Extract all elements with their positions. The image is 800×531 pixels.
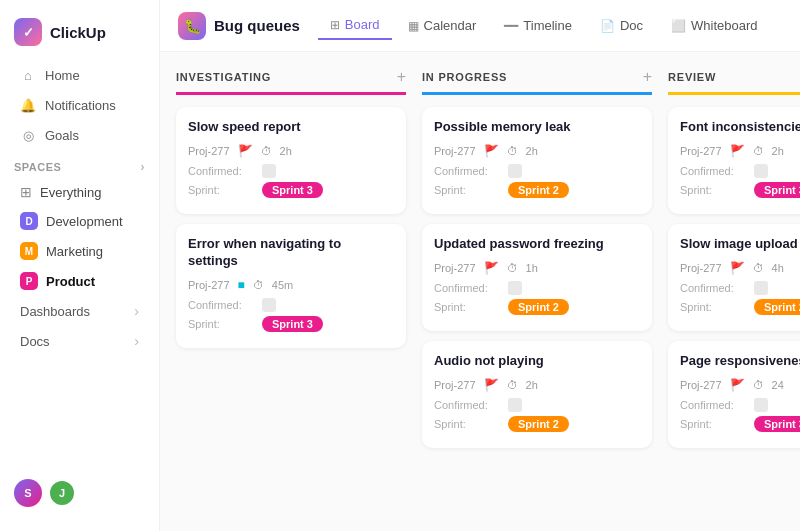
sidebar-item-dashboards[interactable]: Dashboards › <box>6 296 153 326</box>
card-audio-not-playing[interactable]: Audio not playing Proj-277 🚩 ⏱ 2h Confir… <box>422 341 652 448</box>
proj-id: Proj-277 <box>434 379 476 391</box>
sprint-badge[interactable]: Sprint 3 <box>754 416 800 432</box>
confirmed-label: Confirmed: <box>188 165 256 177</box>
sprint-label: Sprint: <box>188 184 256 196</box>
flag-icon: 🚩 <box>730 261 745 275</box>
card-meta: Proj-277 🚩 ⏱ 4h <box>680 261 800 275</box>
col-title-inprogress: IN PROGRESS <box>422 71 507 83</box>
sidebar-goals-label: Goals <box>45 128 79 143</box>
card-password-freezing[interactable]: Updated password freezing Proj-277 🚩 ⏱ 1… <box>422 224 652 331</box>
clock-icon: ⏱ <box>507 262 518 274</box>
tab-calendar[interactable]: ▦ Calendar <box>396 12 489 39</box>
flag-icon: 🚩 <box>730 378 745 392</box>
sprint-badge[interactable]: Sprint 2 <box>754 299 800 315</box>
timeline-label: Timeline <box>523 18 572 33</box>
user-avatar[interactable]: S <box>14 479 42 507</box>
flag-icon: 🚩 <box>730 144 745 158</box>
clock-icon: ⏱ <box>507 145 518 157</box>
board-area: INVESTIGATING + Slow speed report Proj-2… <box>160 52 800 531</box>
sprint-badge[interactable]: Sprint 3 <box>262 316 323 332</box>
proj-id: Proj-277 <box>680 145 722 157</box>
sidebar-item-marketing[interactable]: M Marketing <box>6 236 153 266</box>
dashboards-label: Dashboards <box>20 304 90 319</box>
confirmed-row: Confirmed: <box>680 281 800 295</box>
sidebar-item-product[interactable]: P Product <box>6 266 153 296</box>
product-label: Product <box>46 274 95 289</box>
whiteboard-label: Whiteboard <box>691 18 757 33</box>
card-slow-speed[interactable]: Slow speed report Proj-277 🚩 ⏱ 2h Confir… <box>176 107 406 214</box>
confirmed-label: Confirmed: <box>434 399 502 411</box>
sprint-row: Sprint: Sprint 2 <box>434 299 640 315</box>
sidebar-item-everything[interactable]: ⊞ Everything <box>6 178 153 206</box>
time-value: 45m <box>272 279 293 291</box>
sprint-badge[interactable]: Sprint 2 <box>508 299 569 315</box>
confirmed-value <box>508 398 522 412</box>
development-label: Development <box>46 214 123 229</box>
page-title-area: 🐛 Bug queues <box>178 12 300 40</box>
confirmed-value <box>754 164 768 178</box>
confirmed-label: Confirmed: <box>188 299 256 311</box>
time-value: 1h <box>526 262 538 274</box>
confirmed-label: Confirmed: <box>680 282 748 294</box>
tab-doc[interactable]: 📄 Doc <box>588 12 655 39</box>
sidebar-item-goals[interactable]: ◎ Goals <box>6 120 153 150</box>
card-title: Audio not playing <box>434 353 640 370</box>
add-card-investigating[interactable]: + <box>397 68 406 86</box>
sprint-badge[interactable]: Sprint 3 <box>262 182 323 198</box>
card-meta: Proj-277 🚩 ⏱ 2h <box>434 378 640 392</box>
card-meta: Proj-277 🚩 ⏱ 2h <box>434 144 640 158</box>
card-slow-image-upload[interactable]: Slow image upload Proj-277 🚩 ⏱ 4h Confir… <box>668 224 800 331</box>
bell-icon: 🔔 <box>20 97 36 113</box>
card-memory-leak[interactable]: Possible memory leak Proj-277 🚩 ⏱ 2h Con… <box>422 107 652 214</box>
docs-label: Docs <box>20 334 50 349</box>
flag-icon: 🚩 <box>484 144 499 158</box>
sidebar-item-notifications[interactable]: 🔔 Notifications <box>6 90 153 120</box>
everything-icon: ⊞ <box>20 184 32 200</box>
confirmed-row: Confirmed: <box>680 164 800 178</box>
sprint-row: Sprint: Sprint 2 <box>434 416 640 432</box>
confirmed-row: Confirmed: <box>680 398 800 412</box>
card-title: Slow image upload <box>680 236 800 253</box>
target-icon: ◎ <box>20 127 36 143</box>
tab-board[interactable]: ⊞ Board <box>318 11 392 40</box>
proj-id: Proj-277 <box>434 145 476 157</box>
clock-icon: ⏱ <box>753 262 764 274</box>
add-card-inprogress[interactable]: + <box>643 68 652 86</box>
time-value: 2h <box>772 145 784 157</box>
card-meta: Proj-277 🚩 ⏱ 1h <box>434 261 640 275</box>
col-title-investigating: INVESTIGATING <box>176 71 271 83</box>
sidebar-home-label: Home <box>45 68 80 83</box>
sidebar-bottom: S J <box>0 467 159 519</box>
sprint-badge[interactable]: Sprint 2 <box>508 182 569 198</box>
sidebar-item-home[interactable]: ⌂ Home <box>6 60 153 90</box>
card-error-navigating[interactable]: Error when navigating to settings Proj-2… <box>176 224 406 348</box>
secondary-avatar[interactable]: J <box>48 479 76 507</box>
marketing-dot: M <box>20 242 38 260</box>
page-title: Bug queues <box>214 17 300 34</box>
sprint-badge[interactable]: Sprint 2 <box>508 416 569 432</box>
proj-id: Proj-277 <box>188 279 230 291</box>
tab-whiteboard[interactable]: ⬜ Whiteboard <box>659 12 769 39</box>
timeline-icon: ━━ <box>504 19 518 33</box>
main-content: 🐛 Bug queues ⊞ Board ▦ Calendar ━━ Timel… <box>160 0 800 531</box>
logo-text: ClickUp <box>50 24 106 41</box>
sprint-row: Sprint: Sprint 3 <box>188 182 394 198</box>
sidebar-item-development[interactable]: D Development <box>6 206 153 236</box>
confirmed-value <box>754 398 768 412</box>
card-font-inconsistencies[interactable]: Font inconsistencies Proj-277 🚩 ⏱ 2h Con… <box>668 107 800 214</box>
card-page-responsiveness[interactable]: Page responsiveness Issu Proj-277 🚩 ⏱ 24… <box>668 341 800 448</box>
confirmed-row: Confirmed: <box>434 164 640 178</box>
sprint-badge[interactable]: Sprint 3 <box>754 182 800 198</box>
board-label: Board <box>345 17 380 32</box>
proj-id: Proj-277 <box>188 145 230 157</box>
tab-timeline[interactable]: ━━ Timeline <box>492 12 584 39</box>
proj-id: Proj-277 <box>434 262 476 274</box>
confirmed-value <box>262 164 276 178</box>
col-title-review: REVIEW <box>668 71 716 83</box>
sidebar-item-docs[interactable]: Docs › <box>6 326 153 356</box>
confirmed-label: Confirmed: <box>680 399 748 411</box>
topbar: 🐛 Bug queues ⊞ Board ▦ Calendar ━━ Timel… <box>160 0 800 52</box>
logo-area: ✓ ClickUp <box>0 12 159 60</box>
sprint-label: Sprint: <box>434 184 502 196</box>
sprint-label: Sprint: <box>680 301 748 313</box>
